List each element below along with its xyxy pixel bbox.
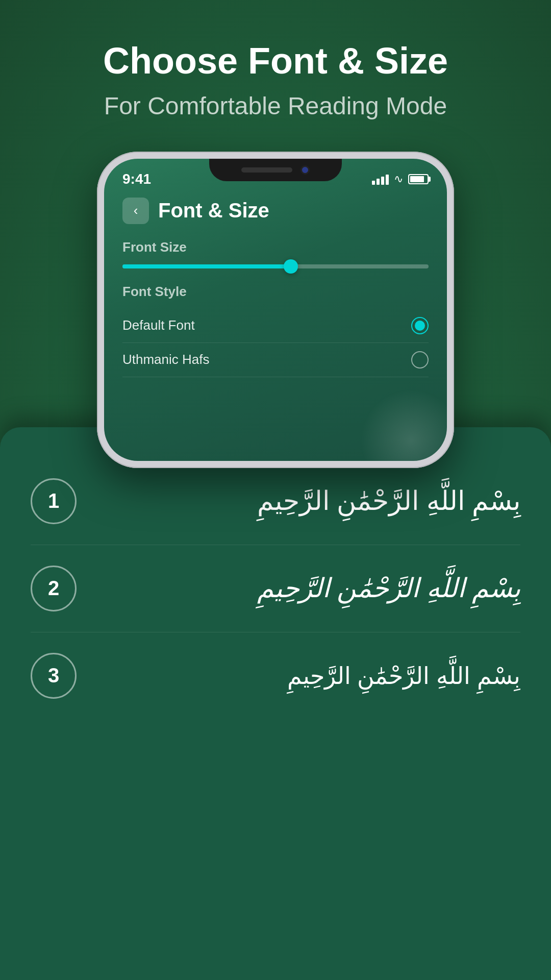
battery-fill <box>410 176 424 182</box>
main-title: Choose Font & Size <box>31 41 520 81</box>
header-section: Choose Font & Size For Comfortable Readi… <box>0 0 551 141</box>
back-icon: ‹ <box>134 203 138 218</box>
font-style-section: Font Style Default Font Uthmanic Hafs <box>122 284 429 377</box>
phone-mockup: 9:41 ∿ ‹ <box>97 152 454 468</box>
page-title: Font & Size <box>158 199 269 222</box>
verse-number-2: 2 <box>31 566 77 611</box>
font-name-uthmanic: Uthmanic Hafs <box>122 352 210 368</box>
arabic-verse-row-3: 3 بِسْمِ اللَّهِ الرَّحْمَٰنِ الرَّحِيمِ <box>31 632 520 719</box>
front-size-section: Front Size <box>122 239 429 268</box>
status-icons: ∿ <box>372 173 429 186</box>
arabic-verse-row-1: 1 بِسْمِ اللَّهِ الرَّحْمَٰنِ الرَّحِيمِ <box>31 458 520 545</box>
notch-speaker <box>241 167 292 173</box>
font-name-default: Default Font <box>122 317 195 333</box>
verse-number-1: 1 <box>31 478 77 524</box>
glow-decoration <box>360 389 447 461</box>
font-style-label: Font Style <box>122 284 429 300</box>
font-option-default[interactable]: Default Font <box>122 309 429 343</box>
notch-camera <box>300 165 310 175</box>
radio-default[interactable] <box>411 317 429 334</box>
app-content: ‹ Font & Size Front Size Font Style <box>104 187 447 387</box>
size-slider-track[interactable] <box>122 264 429 268</box>
back-button[interactable]: ‹ <box>122 198 149 224</box>
front-size-label: Front Size <box>122 239 429 255</box>
signal-icon <box>372 174 389 185</box>
phone-notch <box>209 159 342 181</box>
battery-icon <box>408 174 429 184</box>
arabic-text-2: بِسْمِ اللَّهِ الرَّحْمَٰنِ الرَّحِيمِ <box>97 570 520 607</box>
arabic-verse-row-2: 2 بِسْمِ اللَّهِ الرَّحْمَٰنِ الرَّحِيمِ <box>31 545 520 632</box>
bottom-section: 1 بِسْمِ اللَّهِ الرَّحْمَٰنِ الرَّحِيمِ… <box>0 427 551 980</box>
signal-bar-1 <box>372 181 375 185</box>
slider-fill <box>122 264 291 268</box>
sub-title: For Comfortable Reading Mode <box>31 91 520 121</box>
status-time: 9:41 <box>122 171 151 187</box>
phone-frame: 9:41 ∿ ‹ <box>97 152 454 468</box>
radio-uthmanic[interactable] <box>411 351 429 369</box>
arabic-text-3: بِسْمِ اللَّهِ الرَّحْمَٰنِ الرَّحِيمِ <box>97 659 520 692</box>
signal-bar-4 <box>386 175 389 185</box>
slider-thumb[interactable] <box>284 259 298 274</box>
phone-inner: 9:41 ∿ ‹ <box>104 159 447 461</box>
signal-bar-2 <box>377 179 380 185</box>
font-option-uthmanic[interactable]: Uthmanic Hafs <box>122 343 429 377</box>
arabic-text-1: بِسْمِ اللَّهِ الرَّحْمَٰنِ الرَّحِيمِ <box>97 482 520 520</box>
page-header: ‹ Font & Size <box>122 198 429 224</box>
wifi-icon: ∿ <box>394 173 403 186</box>
verse-number-3: 3 <box>31 653 77 699</box>
signal-bar-3 <box>381 177 384 185</box>
